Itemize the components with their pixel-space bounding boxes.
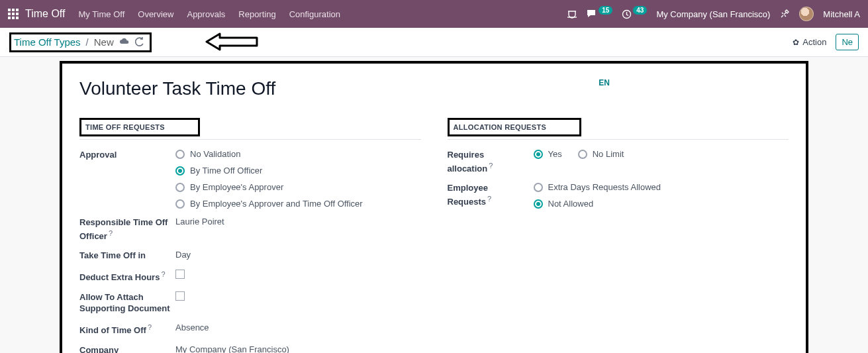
subbar-actions: ✿ Action Ne [793,34,859,50]
field-emp-requests: Employee Requests? Extra Days Requests A… [448,182,789,209]
breadcrumb-highlight: Time Off Types / New [9,32,152,52]
field-officer: Responsible Time Off Officer? Laurie Poi… [79,217,421,242]
radio-icon [534,183,543,192]
nav-approvals[interactable]: Approvals [187,9,225,19]
radio-icon [175,166,185,176]
checkbox-attach[interactable] [175,291,185,301]
topbar-right: 15 43 My Company (San Francisco) Mitchel… [567,7,860,21]
value-unit[interactable]: Day [175,250,191,260]
activities-icon[interactable]: 43 [622,9,647,19]
field-approval: Approval No Validation By Time Off Offic… [79,149,421,209]
debug-icon[interactable] [779,9,790,19]
form-sheet: Volunteer Task Time Off EN TIME OFF REQU… [60,61,808,353]
breadcrumb-bar: Time Off Types / New ✿ Action Ne [0,28,868,57]
username[interactable]: Mitchell A [823,9,860,19]
emp-opt-notallowed[interactable]: Not Allowed [534,199,661,209]
nav-reporting[interactable]: Reporting [238,9,275,19]
label-deduct: Deduct Extra Hours? [79,270,175,283]
radio-icon [175,199,185,209]
value-officer[interactable]: Laurie Poiret [175,217,224,227]
section-head-right-box: ALLOCATION REQUESTS [448,118,582,136]
gear-icon: ✿ [793,38,799,47]
label-approval: Approval [79,149,175,161]
label-officer: Responsible Time Off Officer? [79,217,175,242]
radio-icon [534,199,543,209]
radio-icon [578,150,587,159]
title-row: Volunteer Task Time Off EN [79,78,789,99]
approval-opt-2[interactable]: By Employee's Approver [175,182,363,192]
radio-icon [175,183,185,192]
emp-req-options: Extra Days Requests Allowed Not Allowed [534,182,661,209]
approval-options: No Validation By Time Off Officer By Emp… [175,149,363,209]
right-column: ALLOCATION REQUESTS Requires allocation?… [448,118,789,353]
messages-badge: 15 [599,6,612,15]
radio-icon [175,150,185,159]
emp-opt-allowed[interactable]: Extra Days Requests Allowed [534,182,661,192]
label-kind: Kind of Time Off? [79,323,175,336]
field-requires-alloc: Requires allocation? Yes No Limit [448,149,789,174]
avatar[interactable] [799,7,814,21]
discard-icon[interactable] [135,37,144,46]
nav-overview[interactable]: Overview [138,9,173,19]
new-button[interactable]: Ne [836,34,859,50]
checkbox-deduct[interactable] [175,270,185,279]
section-divider [79,139,421,140]
activities-badge: 43 [633,6,647,15]
action-label: Action [802,37,826,47]
value-kind[interactable]: Absence [175,323,209,332]
nav-my-time-off[interactable]: My Time Off [78,9,124,19]
label-attach: Allow To Attach Supporting Document [79,291,175,315]
field-company: Company My Company (San Francisco) [79,344,421,353]
messages-icon[interactable]: 15 [587,9,612,19]
record-title[interactable]: Volunteer Task Time Off [79,78,275,99]
company-switcher[interactable]: My Company (San Francisco) [656,9,770,19]
form-columns: TIME OFF REQUESTS Approval No Validation… [79,118,789,353]
breadcrumb-current: New [94,36,114,48]
section-head-right: ALLOCATION REQUESTS [454,123,547,131]
radio-icon [534,150,543,159]
tray-icon[interactable] [567,9,577,19]
breadcrumb-sep: / [86,36,89,48]
requires-alloc-options: Yes No Limit [534,149,624,159]
left-column: TIME OFF REQUESTS Approval No Validation… [79,118,421,353]
field-deduct: Deduct Extra Hours? [79,270,421,283]
apps-icon[interactable] [8,9,19,19]
label-unit: Take Time Off in [79,250,175,262]
value-company[interactable]: My Company (San Francisco) [175,344,289,353]
section-head-left: TIME OFF REQUESTS [85,123,165,131]
field-unit: Take Time Off in Day [79,250,421,262]
language-badge[interactable]: EN [599,78,610,87]
field-attach: Allow To Attach Supporting Document [79,291,421,315]
nav-menu: My Time Off Overview Approvals Reporting… [78,9,340,19]
app-brand[interactable]: Time Off [25,8,65,20]
approval-opt-3[interactable]: By Employee's Approver and Time Off Offi… [175,199,363,209]
breadcrumb-root[interactable]: Time Off Types [14,36,81,48]
section-divider [448,139,789,140]
cloud-save-icon[interactable] [119,38,130,46]
req-opt-nolimit[interactable]: No Limit [578,149,624,159]
section-head-left-box: TIME OFF REQUESTS [79,118,200,136]
top-navbar: Time Off My Time Off Overview Approvals … [0,0,868,28]
approval-opt-1[interactable]: By Time Off Officer [175,166,363,176]
label-requires-alloc: Requires allocation? [448,149,534,174]
label-company: Company [79,344,175,353]
nav-configuration[interactable]: Configuration [289,9,340,19]
label-emp-requests: Employee Requests? [448,182,534,207]
approval-opt-0[interactable]: No Validation [175,149,363,159]
req-opt-yes[interactable]: Yes [534,149,562,159]
field-kind: Kind of Time Off? Absence [79,323,421,336]
sheet-wrap: Volunteer Task Time Off EN TIME OFF REQU… [0,57,868,353]
action-menu[interactable]: ✿ Action [793,37,826,47]
arrow-annotation [205,32,258,52]
